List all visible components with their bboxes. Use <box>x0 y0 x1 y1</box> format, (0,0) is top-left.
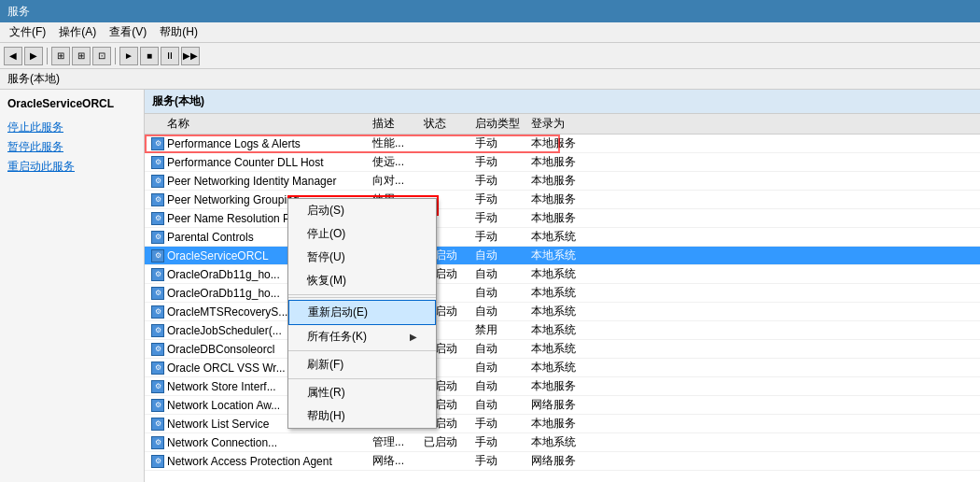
table-row[interactable]: ⚙ Peer Networking Grouping 使用... 手动 本地服务 <box>145 191 980 209</box>
table-row[interactable]: ⚙ OracleJobScheduler(... 禁用 本地系统 <box>145 321 980 340</box>
table-row[interactable]: ⚙ Oracle ORCL VSS Wr... 自动 本地系统 <box>145 359 980 377</box>
service-startup: 自动 <box>475 304 531 319</box>
menu-help[interactable]: 帮助(H) <box>154 22 203 42</box>
service-icon: ⚙ <box>151 399 164 412</box>
row-icon: ⚙ <box>148 249 167 262</box>
toolbar-view[interactable]: ⊡ <box>92 47 111 65</box>
service-startup: 手动 <box>475 229 531 245</box>
service-icon: ⚙ <box>151 343 164 356</box>
service-icon: ⚙ <box>151 305 164 319</box>
ctx-separator-3 <box>288 294 436 295</box>
toolbar-show[interactable]: ⊞ <box>72 47 91 65</box>
service-login: 本地系统 <box>531 285 624 301</box>
table-row[interactable]: ⚙ Network Location Aw... 收集... 已启动 自动 网络… <box>145 396 980 415</box>
row-icon: ⚙ <box>148 156 167 169</box>
service-login: 本地服务 <box>531 135 624 151</box>
menu-view[interactable]: 查看(V) <box>104 22 152 42</box>
table-row[interactable]: ⚙ Network Store Interf... 此服... 已启动 自动 本… <box>145 377 980 396</box>
service-icon: ⚙ <box>151 380 164 393</box>
ctx-item-stop_ctx[interactable]: 停止(O) <box>288 222 436 246</box>
restart-service-link[interactable]: 重启动此服务 <box>7 159 136 175</box>
table-body: ⚙ Performance Logs & Alerts 性能... 手动 本地服… <box>145 135 980 471</box>
row-icon: ⚙ <box>148 324 167 337</box>
ctx-item-resume[interactable]: 恢复(M) <box>288 269 436 292</box>
service-desc: 网络... <box>372 453 424 469</box>
service-icon: ⚙ <box>151 287 164 300</box>
table-row[interactable]: ⚙ OracleOraDb11g_ho... 自动 本地系统 <box>145 284 980 303</box>
ctx-item-all_tasks[interactable]: 所有任务(K)▶ <box>288 325 436 348</box>
service-startup: 手动 <box>475 434 531 450</box>
submenu-arrow: ▶ <box>410 332 417 342</box>
row-icon: ⚙ <box>148 231 167 244</box>
ctx-item-restart_ctx[interactable]: 重新启动(E) <box>288 300 436 325</box>
table-row[interactable]: ⚙ OracleOraDb11g_ho... 已启动 自动 本地系统 <box>145 265 980 284</box>
service-icon: ⚙ <box>151 156 164 169</box>
toolbar-back[interactable]: ◀ <box>4 47 22 65</box>
table-row[interactable]: ⚙ OracleMTSRecoveryS... 已启动 自动 本地系统 <box>145 303 980 321</box>
service-startup: 手动 <box>475 173 531 189</box>
table-row[interactable]: ⚙ Performance Counter DLL Host 使远... 手动 … <box>145 153 980 172</box>
row-icon: ⚙ <box>148 455 167 468</box>
toolbar-stop[interactable]: ■ <box>140 47 159 65</box>
service-login: 本地服务 <box>531 210 624 226</box>
table-row[interactable]: ⚙ Network Access Protection Agent 网络... … <box>145 452 980 471</box>
service-login: 本地系统 <box>531 304 624 319</box>
toolbar-play[interactable]: ► <box>119 47 138 65</box>
ctx-item-properties[interactable]: 属性(R) <box>288 381 436 404</box>
toolbar-up[interactable]: ⊞ <box>51 47 70 65</box>
ctx-label: 属性(R) <box>307 385 345 401</box>
main-container: OracleServiceORCL 停止此服务 暂停此服务 重启动此服务 服务(… <box>0 90 980 482</box>
col-header-desc[interactable]: 描述 <box>372 116 424 132</box>
pause-service-link[interactable]: 暂停此服务 <box>7 139 136 155</box>
service-icon: ⚙ <box>151 324 164 337</box>
toolbar-pause[interactable]: ⏸ <box>161 47 179 65</box>
panel-title-text: 服务(本地) <box>152 94 204 107</box>
service-login: 本地服务 <box>531 416 624 432</box>
toolbar-forward[interactable]: ▶ <box>24 47 43 65</box>
col-header-startup[interactable]: 启动类型 <box>475 116 531 132</box>
table-row[interactable]: ⚙ OracleServiceORCL 已启动 自动 本地系统 <box>145 247 980 265</box>
ctx-item-refresh[interactable]: 刷新(F) <box>288 353 436 376</box>
service-icon: ⚙ <box>151 455 164 468</box>
service-icon: ⚙ <box>151 193 164 206</box>
menu-bar: 文件(F) 操作(A) 查看(V) 帮助(H) <box>0 22 980 43</box>
row-icon: ⚙ <box>148 287 167 300</box>
service-login: 本地服务 <box>531 173 624 189</box>
service-startup: 手动 <box>475 154 531 170</box>
ctx-item-start[interactable]: 启动(S) <box>288 199 436 222</box>
col-header-name[interactable]: 名称 <box>167 116 372 132</box>
service-startup: 自动 <box>475 397 531 413</box>
service-startup: 手动 <box>475 416 531 432</box>
service-login: 网络服务 <box>531 397 624 413</box>
ctx-label: 启动(S) <box>307 203 344 219</box>
ctx-label: 所有任务(K) <box>307 329 367 345</box>
right-panel: 服务(本地) 名称 描述 状态 启动类型 登录为 ⚙ Performance L… <box>145 90 980 482</box>
toolbar-sep2 <box>115 48 116 64</box>
menu-action[interactable]: 操作(A) <box>53 22 102 42</box>
service-desc: 性能... <box>372 135 424 151</box>
table-row[interactable]: ⚙ Parental Controls 此服... 手动 本地系统 <box>145 228 980 247</box>
service-login: 本地系统 <box>531 360 624 376</box>
service-icon: ⚙ <box>151 436 164 449</box>
menu-file[interactable]: 文件(F) <box>4 22 51 42</box>
service-startup: 手动 <box>475 191 531 207</box>
table-row[interactable]: ⚙ Network List Service 识别... 已启动 手动 本地服务 <box>145 415 980 433</box>
service-startup: 自动 <box>475 378 531 394</box>
service-login: 网络服务 <box>531 453 624 469</box>
table-row[interactable]: ⚙ Performance Logs & Alerts 性能... 手动 本地服… <box>145 135 980 153</box>
row-icon: ⚙ <box>148 399 167 412</box>
table-row[interactable]: ⚙ Peer Networking Identity Manager 向对...… <box>145 172 980 191</box>
ctx-item-pause_ctx[interactable]: 暂停(U) <box>288 246 436 269</box>
ctx-item-help[interactable]: 帮助(H) <box>288 404 436 428</box>
toolbar-restart[interactable]: ▶▶ <box>181 47 200 65</box>
row-icon: ⚙ <box>148 436 167 449</box>
table-row[interactable]: ⚙ OracleDBConsoleorcl 已启动 自动 本地系统 <box>145 340 980 359</box>
table-row[interactable]: ⚙ Peer Name Resolution Protocol 使用... 手动… <box>145 209 980 228</box>
table-row[interactable]: ⚙ Network Connection... 管理... 已启动 手动 本地系… <box>145 433 980 452</box>
stop-service-link[interactable]: 停止此服务 <box>7 120 136 135</box>
col-header-login[interactable]: 登录为 <box>531 116 624 132</box>
service-name: Performance Logs & Alerts <box>167 137 372 150</box>
service-icon: ⚙ <box>151 418 164 431</box>
service-icon: ⚙ <box>151 137 164 150</box>
col-header-status[interactable]: 状态 <box>424 116 475 132</box>
